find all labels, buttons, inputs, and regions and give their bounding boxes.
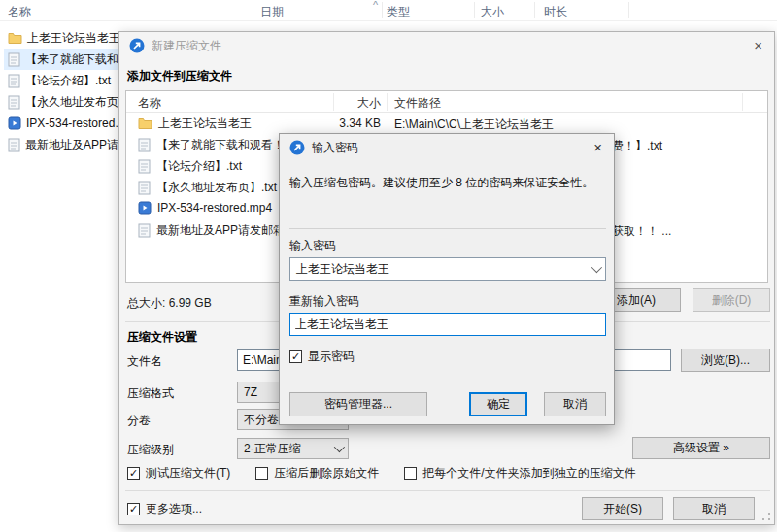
volume-label: 分卷 (127, 413, 151, 429)
filename-label: 文件名 (127, 353, 162, 370)
column-name[interactable]: 名称 (8, 4, 31, 20)
password-manager-button[interactable]: 密码管理器... (289, 392, 427, 416)
file-label: 最新地址及APP请发邮 (25, 137, 118, 153)
list-column-size[interactable]: 大小 (272, 95, 381, 112)
column-divider (333, 93, 334, 111)
ok-button[interactable]: 确定 (469, 392, 527, 416)
column-divider (387, 93, 388, 111)
file-label: 上老王论坛当老王 (27, 30, 118, 47)
chevron-down-icon (591, 262, 602, 273)
close-icon[interactable]: × (593, 140, 602, 154)
file-list-header: 名称 大小 文件路径 (126, 91, 767, 113)
start-button[interactable]: 开始(S) (582, 497, 663, 520)
close-icon[interactable]: × (754, 38, 762, 52)
format-label: 压缩格式 (127, 385, 174, 402)
column-divider (253, 2, 253, 18)
password-label: 输入密码 (289, 238, 336, 254)
checkbox-label: 测试压缩文件(T) (146, 465, 230, 482)
volume-value: 不分卷 (244, 412, 279, 428)
column-duration[interactable]: 时长 (544, 4, 567, 20)
checkbox-label: 更多选项... (146, 501, 202, 517)
level-value: 2-正常压缩 (244, 441, 301, 457)
list-column-path[interactable]: 文件路径 (394, 95, 441, 112)
password-combobox[interactable]: 上老王论坛当老王 (289, 257, 606, 281)
level-select[interactable]: 2-正常压缩 (237, 438, 349, 459)
explorer-file-row[interactable]: 上老王论坛当老王 (4, 27, 118, 49)
cancel-button[interactable]: 取消 (544, 392, 606, 416)
add-files-section-title: 添加文件到压缩文件 (127, 68, 232, 84)
dialog-titlebar[interactable]: 输入密码 (280, 134, 614, 161)
divider (125, 490, 770, 491)
column-divider (382, 2, 383, 18)
level-label: 压缩级别 (127, 442, 174, 458)
explorer-file-row[interactable]: 【来了就能下载和观看 (4, 49, 118, 70)
column-size[interactable]: 大小 (481, 4, 504, 20)
row-name: 【永久地址发布页】.txt (156, 180, 277, 196)
folder-icon (138, 117, 152, 130)
text-file-icon (8, 138, 20, 152)
cancel-button[interactable]: 取消 (673, 497, 755, 520)
bandizip-app-icon (289, 140, 305, 155)
advanced-settings-button[interactable]: 高级设置 » (632, 437, 770, 459)
checkbox-label: 把每个文件/文件夹添加到独立的压缩文件 (422, 465, 635, 482)
row-name: IPX-534-restored.mp4 (157, 201, 272, 215)
archive-list-row[interactable]: 上老王论坛当老王 3.34 KB E:\Main\C\C\上老王论坛当老王 (126, 113, 767, 134)
file-label: IPX-534-restored.mp (26, 116, 118, 130)
dialog-titlebar[interactable]: 新建压缩文件 (119, 32, 774, 59)
confirm-password-input[interactable] (289, 313, 606, 336)
text-file-icon (138, 181, 151, 195)
confirm-password-label: 重新输入密码 (289, 293, 359, 310)
password-value: 上老王论坛当老王 (296, 261, 389, 278)
row-path: E:\Main\C\C\上老王论坛当老王 (394, 116, 763, 133)
text-file-icon (138, 223, 151, 238)
text-file-icon (8, 95, 20, 110)
text-file-icon (138, 159, 151, 174)
format-value: 7Z (244, 385, 257, 399)
checkbox-unchecked-icon (404, 467, 417, 480)
chevron-down-icon (334, 442, 345, 452)
column-divider (742, 93, 743, 111)
file-label: 【永久地址发布页】.tx (25, 94, 118, 111)
explorer-file-row[interactable]: 【论坛介绍】.txt (4, 70, 118, 91)
test-archive-checkbox[interactable]: ✓ 测试压缩文件(T) (127, 465, 230, 482)
column-type[interactable]: 类型 (387, 4, 410, 20)
separate-archives-checkbox[interactable]: 把每个文件/文件夹添加到独立的压缩文件 (404, 465, 635, 482)
browse-button[interactable]: 浏览(B)... (681, 349, 770, 372)
video-file-icon (138, 201, 152, 215)
delete-button: 删除(D) (693, 288, 770, 312)
options-row: ✓ 测试压缩文件(T) 压缩后删除原始文件 把每个文件/文件夹添加到独立的压缩文… (127, 465, 636, 482)
explorer-file-row[interactable]: IPX-534-restored.mp (4, 113, 118, 134)
folder-icon (8, 32, 22, 45)
sort-indicator-icon: ^ (373, 0, 378, 11)
resize-grip[interactable] (761, 512, 771, 521)
explorer-file-row[interactable]: 最新地址及APP请发邮 (4, 134, 118, 155)
divider (289, 228, 606, 229)
file-label: 【来了就能下载和观看 (25, 51, 118, 68)
delete-after-checkbox[interactable]: 压缩后删除原始文件 (255, 465, 379, 482)
enter-password-dialog: 输入密码 × 输入压缩包密码。建议使用至少 8 位的密码来保证安全性。 输入密码… (279, 133, 615, 425)
settings-section-title: 压缩文件设置 (127, 329, 197, 346)
text-file-icon (8, 74, 20, 88)
checkbox-checked-icon: ✓ (289, 350, 302, 363)
checkbox-checked-icon: ✓ (127, 503, 140, 515)
show-password-checkbox[interactable]: ✓ 显示密码 (289, 349, 355, 365)
password-hint-text: 输入压缩包密码。建议使用至少 8 位的密码来保证安全性。 (289, 175, 606, 191)
row-name: 上老王论坛当老王 (158, 116, 252, 132)
row-size: 3.34 KB (272, 116, 381, 130)
column-divider (474, 2, 475, 18)
explorer-column-header: 名称 ^ 日期 类型 大小 时长 (0, 0, 777, 21)
checkbox-label: 显示密码 (308, 349, 355, 365)
explorer-file-row[interactable]: 【永久地址发布页】.tx (4, 91, 118, 113)
checkbox-label: 压缩后删除原始文件 (274, 465, 379, 482)
list-column-name[interactable]: 名称 (138, 95, 161, 112)
text-file-icon (8, 52, 20, 67)
checkbox-unchecked-icon (255, 467, 268, 480)
column-divider (534, 2, 535, 18)
more-options-checkbox[interactable]: ✓ 更多选项... (127, 501, 202, 517)
checkbox-checked-icon: ✓ (127, 467, 140, 480)
column-date[interactable]: 日期 (260, 4, 284, 20)
text-file-icon (138, 138, 151, 152)
dialog-title: 新建压缩文件 (152, 38, 221, 54)
dialog-title: 输入密码 (312, 140, 358, 156)
column-divider (628, 2, 629, 18)
